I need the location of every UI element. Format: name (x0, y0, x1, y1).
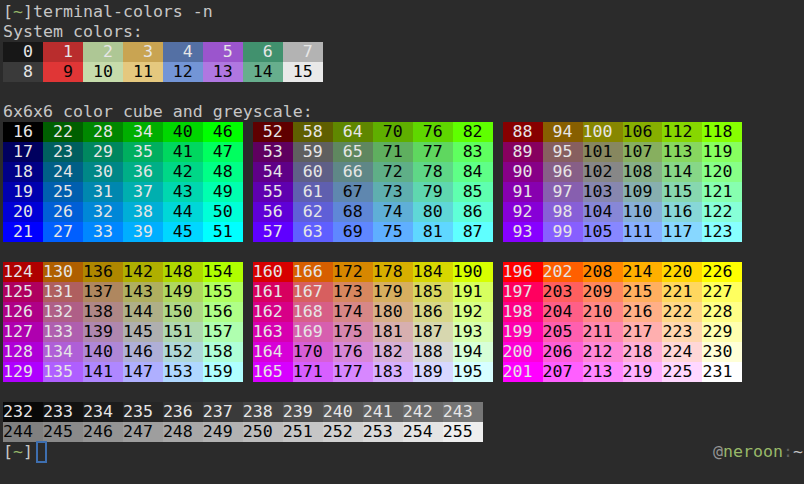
cube-block-124: 129 135 141 147 153 159 (3, 367, 243, 386)
system-color-cell-9: 9 (43, 62, 83, 82)
color-cell-188: 188 (413, 342, 453, 362)
color-cell-172: 172 (333, 262, 373, 282)
block-gap (243, 282, 253, 302)
color-cell-157: 157 (203, 322, 243, 342)
color-cell-165: 165 (253, 362, 293, 382)
username: neroon (723, 442, 783, 461)
grey-cell-237: 237 (203, 402, 243, 422)
color-cell-82: 82 (453, 122, 493, 142)
color-cell-183: 183 (373, 362, 413, 382)
cube-row: 125 131 137 143 149 155 161 167 173 179 … (3, 282, 803, 302)
color-cell-139: 139 (83, 322, 123, 342)
color-cell-133: 133 (43, 322, 83, 342)
color-cell-193: 193 (453, 322, 493, 342)
color-cell-164: 164 (253, 342, 293, 362)
color-cell-145: 145 (123, 322, 163, 342)
prompt-bracket-close: ] (23, 442, 33, 461)
color-cell-24: 24 (43, 162, 83, 182)
cube-block-52: 57 63 69 75 81 87 (253, 227, 493, 246)
color-cell-148: 148 (163, 262, 203, 282)
cube-label: 6x6x6 color cube and greyscale: (3, 102, 803, 122)
block-gap (243, 202, 253, 222)
terminal-window[interactable]: [~]terminal-colors -n System colors: 0 1… (0, 0, 804, 484)
color-cell-229: 229 (702, 322, 742, 342)
color-cell-196: 196 (503, 262, 543, 282)
color-cell-209: 209 (583, 282, 623, 302)
color-cell-104: 104 (583, 202, 623, 222)
terminal-cursor (36, 441, 47, 463)
grey-cell-240: 240 (323, 402, 363, 422)
color-cell-107: 107 (623, 142, 663, 162)
color-cell-224: 224 (662, 342, 702, 362)
color-cell-125: 125 (3, 282, 43, 302)
grey-cell-248: 248 (163, 422, 203, 442)
color-cell-214: 214 (623, 262, 663, 282)
blank-row (3, 82, 803, 102)
color-cell-152: 152 (163, 342, 203, 362)
color-cell-18: 18 (3, 162, 43, 182)
color-cell-216: 216 (623, 302, 663, 322)
color-cell-174: 174 (333, 302, 373, 322)
color-cell-226: 226 (702, 262, 742, 282)
color-cell-106: 106 (623, 122, 663, 142)
color-cell-61: 61 (293, 182, 333, 202)
color-cell-231: 231 (702, 362, 742, 382)
cube-row: 126 132 138 144 150 156 162 168 174 180 … (3, 302, 803, 322)
color-cell-30: 30 (83, 162, 123, 182)
color-cell-29: 29 (83, 142, 123, 162)
grey-cell-249: 249 (203, 422, 243, 442)
color-cell-58: 58 (293, 122, 333, 142)
color-cell-94: 94 (543, 122, 583, 142)
color-cell-99: 99 (543, 222, 583, 242)
grey-cell-253: 253 (363, 422, 403, 442)
block-gap (493, 202, 503, 222)
color-cell-205: 205 (543, 322, 583, 342)
grey-cell-250: 250 (243, 422, 283, 442)
block-gap (243, 302, 253, 322)
color-cell-67: 67 (333, 182, 373, 202)
color-cell-95: 95 (543, 142, 583, 162)
prompt-command: terminal-colors -n (33, 2, 213, 21)
color-cell-43: 43 (163, 182, 203, 202)
color-cell-190: 190 (453, 262, 493, 282)
cube-row: 127 133 139 145 151 157 163 169 175 181 … (3, 322, 803, 342)
color-cell-22: 22 (43, 122, 83, 142)
color-cell-81: 81 (413, 222, 453, 242)
system-color-cell-5: 5 (203, 42, 243, 62)
color-cell-111: 111 (623, 222, 663, 242)
color-cell-77: 77 (413, 142, 453, 162)
color-cell-119: 119 (702, 142, 742, 162)
color-cell-155: 155 (203, 282, 243, 302)
grey-cell-243: 243 (443, 402, 483, 422)
cube-row: 19 25 31 37 43 49 55 61 67 73 79 85 91 9… (3, 182, 803, 202)
grey-cell-241: 241 (363, 402, 403, 422)
color-cell-168: 168 (293, 302, 333, 322)
color-cell-215: 215 (623, 282, 663, 302)
color-cell-210: 210 (583, 302, 623, 322)
color-cell-41: 41 (163, 142, 203, 162)
color-cell-38: 38 (123, 202, 163, 222)
color-cell-34: 34 (123, 122, 163, 142)
bottom-prompt-row: [~] @neroon:~ (3, 442, 803, 462)
color-cell-91: 91 (503, 182, 543, 202)
color-cell-160: 160 (253, 262, 293, 282)
color-cell-184: 184 (413, 262, 453, 282)
color-cell-28: 28 (83, 122, 123, 142)
color-cell-212: 212 (583, 342, 623, 362)
color-cell-208: 208 (583, 262, 623, 282)
color-cell-45: 45 (163, 222, 203, 242)
color-cell-143: 143 (123, 282, 163, 302)
color-cell-137: 137 (83, 282, 123, 302)
block-gap (493, 362, 503, 382)
color-cell-191: 191 (453, 282, 493, 302)
grey-cell-236: 236 (163, 402, 203, 422)
color-cell-228: 228 (702, 302, 742, 322)
color-cell-118: 118 (702, 122, 742, 142)
color-cube-lower-group: 124 130 136 142 148 154 160 166 172 178 … (3, 262, 803, 382)
color-cell-147: 147 (123, 362, 163, 382)
greyscale-row-2: 244 245 246 247 248 249 250 251 252 253 … (3, 422, 803, 442)
color-cell-78: 78 (413, 162, 453, 182)
cube-row: 129 135 141 147 153 159 165 171 177 183 … (3, 362, 803, 382)
color-cell-131: 131 (43, 282, 83, 302)
color-cell-80: 80 (413, 202, 453, 222)
